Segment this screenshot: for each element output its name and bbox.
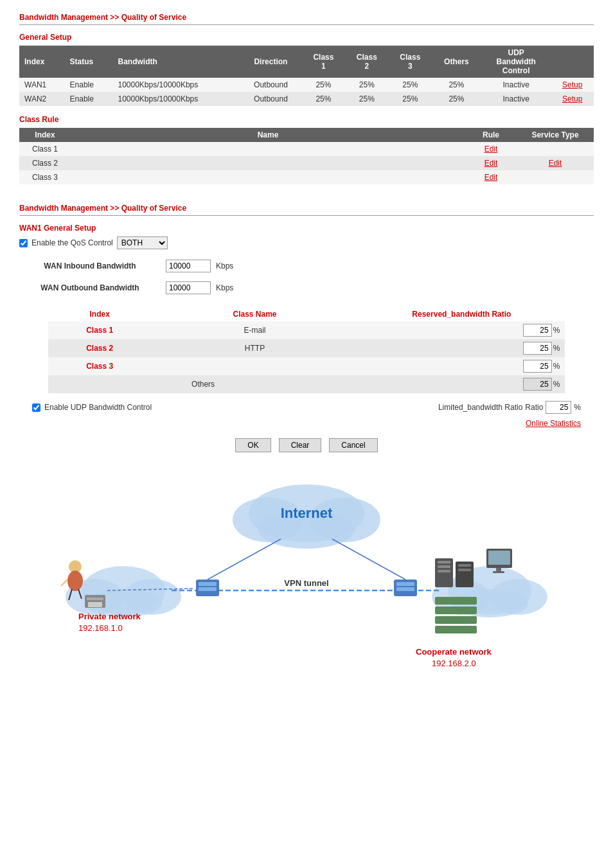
svg-rect-18 — [396, 582, 414, 586]
class-rule-row: Class 3 Edit — [19, 170, 594, 184]
svg-text:192.168.1.0: 192.168.1.0 — [78, 623, 123, 633]
private-cloud — [66, 566, 181, 617]
udp-label: Enable UDP Bandwidth Control — [44, 403, 152, 412]
inbound-bw-row: WAN Inbound Bandwidth Kbps — [19, 257, 594, 275]
cbw-index: Class 3 — [48, 357, 152, 375]
udp-checkbox[interactable] — [32, 403, 40, 412]
class-rule-row: Class 2 Edit Edit — [19, 156, 594, 170]
cr-name — [71, 156, 465, 170]
gs-bandwidth: 10000Kbps/10000Kbps — [113, 92, 240, 106]
inbound-unit: Kbps — [216, 261, 233, 270]
cr-service[interactable] — [517, 142, 594, 156]
svg-line-21 — [332, 539, 405, 580]
col-bandwidth: Bandwidth — [113, 46, 240, 78]
limited-bw-text: Ratio — [525, 403, 543, 412]
network-diagram: Internet — [19, 472, 594, 677]
cbw-ratio-input[interactable] — [523, 324, 552, 337]
service-edit-link[interactable]: Edit — [549, 159, 562, 168]
col-status: Status — [65, 46, 113, 78]
cbw-ratio-header: Reserved_bandwidth Ratio — [358, 307, 565, 321]
enable-qos-checkbox[interactable] — [19, 239, 28, 247]
outbound-label: WAN Outbound Bandwidth — [19, 283, 161, 292]
class-bw-row: Class 3 % — [48, 357, 565, 375]
cbw-ratio-cell: % — [358, 339, 565, 357]
cr-index: Class 2 — [19, 156, 71, 170]
svg-rect-33 — [438, 565, 450, 568]
gs-others: 25% — [432, 78, 481, 92]
cbw-index: Class 2 — [48, 339, 152, 357]
svg-rect-44 — [435, 616, 477, 624]
col-class1: Class1 — [302, 46, 345, 78]
outbound-input[interactable] — [166, 281, 211, 294]
svg-rect-34 — [438, 570, 450, 572]
class-bw-table: Index Class Name Reserved_bandwidth Rati… — [48, 307, 565, 393]
gs-udp: Inactive — [481, 92, 551, 106]
cr-rule[interactable]: Edit — [465, 142, 517, 156]
general-setup-row: WAN1 Enable 10000Kbps/10000Kbps Outbound… — [19, 78, 594, 92]
col-class2: Class2 — [345, 46, 388, 78]
gs-index: WAN2 — [19, 92, 65, 106]
others-ratio-input[interactable] — [523, 378, 552, 391]
cr-service[interactable] — [517, 170, 594, 184]
enable-qos-label: Enable the QoS Control — [31, 238, 113, 247]
gs-others: 25% — [432, 92, 481, 106]
svg-line-26 — [61, 580, 67, 586]
svg-rect-15 — [199, 582, 217, 586]
gs-direction: Outbound — [240, 78, 302, 92]
cbw-index-header: Index — [48, 307, 152, 321]
gs-status: Enable — [65, 92, 113, 106]
inbound-label: WAN Inbound Bandwidth — [19, 261, 161, 270]
svg-rect-29 — [88, 602, 102, 607]
general-setup-table: Index Status Bandwidth Direction Class1 … — [19, 46, 594, 106]
svg-rect-39 — [488, 551, 510, 565]
svg-rect-40 — [496, 568, 501, 571]
clear-button[interactable]: Clear — [279, 438, 322, 452]
gs-direction: Outbound — [240, 92, 302, 106]
col-udp: UDPBandwidthControl — [481, 46, 551, 78]
svg-text:Private network: Private network — [78, 612, 141, 621]
udp-control-row: Enable UDP Bandwidth Control Limited_ban… — [32, 401, 581, 414]
svg-rect-45 — [435, 626, 477, 633]
cr-index: Class 3 — [19, 170, 71, 184]
col-action — [551, 46, 594, 78]
gs-class1: 25% — [302, 92, 345, 106]
direction-select[interactable]: BOTHInboundOutbound — [117, 236, 168, 249]
cr-index: Class 1 — [19, 142, 71, 156]
online-statistics-link[interactable]: Online Statistics — [19, 419, 581, 428]
cr-col-name: Name — [71, 128, 465, 142]
gs-setup-link[interactable]: Setup — [551, 92, 594, 106]
gs-setup-link[interactable]: Setup — [551, 78, 594, 92]
cr-rule[interactable]: Edit — [465, 156, 517, 170]
cr-col-index: Index — [19, 128, 71, 142]
svg-line-20 — [208, 539, 281, 580]
others-row: Others % — [48, 375, 565, 393]
gs-bandwidth: 10000Kbps/10000Kbps — [113, 78, 240, 92]
ok-button[interactable]: OK — [235, 438, 271, 452]
svg-rect-19 — [396, 587, 414, 591]
svg-rect-41 — [493, 571, 504, 573]
inbound-input[interactable] — [166, 260, 211, 272]
breadcrumb-2: Bandwidth Management >> Quality of Servi… — [19, 204, 594, 213]
breadcrumb-1: Bandwidth Management >> Quality of Servi… — [19, 13, 594, 22]
cbw-ratio-cell: % — [358, 321, 565, 339]
class-rule-table: Index Name Rule Service Type Class 1 Edi… — [19, 128, 594, 184]
svg-rect-32 — [438, 561, 450, 563]
cr-rule[interactable]: Edit — [465, 170, 517, 184]
cbw-ratio-input[interactable] — [523, 342, 552, 355]
cancel-button[interactable]: Cancel — [329, 438, 377, 452]
cr-col-rule: Rule — [465, 128, 517, 142]
col-class3: Class3 — [389, 46, 432, 78]
cbw-ratio-input[interactable] — [523, 360, 552, 373]
limited-bw-input[interactable] — [546, 401, 571, 414]
cbw-name: E-mail — [152, 321, 359, 339]
cr-service[interactable]: Edit — [517, 156, 594, 170]
gs-udp: Inactive — [481, 78, 551, 92]
col-others: Others — [432, 46, 481, 78]
general-setup-title: General Setup — [19, 33, 594, 42]
outbound-unit: Kbps — [216, 283, 233, 292]
gs-class1: 25% — [302, 78, 345, 92]
svg-text:Internet: Internet — [281, 505, 333, 521]
cr-name — [71, 142, 465, 156]
cbw-ratio-unit: % — [553, 362, 560, 371]
class-bw-row: Class 2 HTTP % — [48, 339, 565, 357]
